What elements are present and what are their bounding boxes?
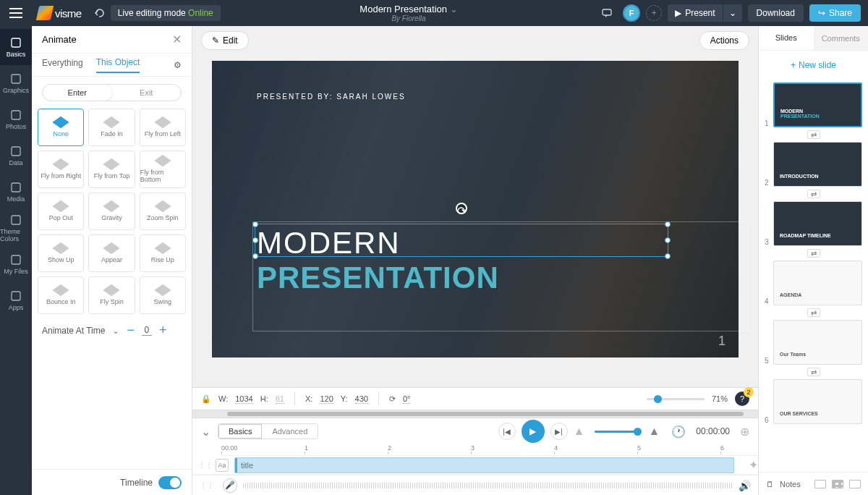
view-single-icon[interactable] (814, 480, 826, 488)
slide-thumbnail[interactable]: MODERNPRESENTATION (773, 82, 862, 127)
animation-option[interactable]: None (38, 109, 84, 146)
timeline-zoom-slider[interactable] (595, 431, 638, 433)
menu-button[interactable] (0, 0, 32, 26)
animation-option[interactable]: Fly from Left (140, 109, 186, 146)
transition-icon[interactable]: ⇄ (807, 190, 820, 198)
sidebar-item-graphics[interactable]: Graphics (0, 65, 32, 101)
resize-handle[interactable] (665, 253, 671, 259)
slide-thumbnail[interactable]: AGENDA (773, 261, 862, 305)
animation-option[interactable]: Show Up (38, 234, 84, 272)
tab-slides[interactable]: Slides (759, 26, 814, 50)
resize-handle[interactable] (252, 237, 258, 243)
transition-icon[interactable]: ⇄ (807, 130, 820, 139)
resize-handle[interactable] (252, 221, 258, 227)
mic-icon[interactable]: 🎤 (223, 478, 237, 493)
resize-handle[interactable] (665, 221, 671, 227)
share-button[interactable]: ↪ Share (809, 4, 861, 22)
zoom-out-icon[interactable]: ▲ (574, 425, 585, 438)
selection-inner[interactable]: ⟳ (255, 224, 668, 257)
next-button[interactable]: ▶| (550, 423, 568, 440)
speaker-icon[interactable]: 🔊 (739, 480, 751, 491)
animation-option[interactable]: Appear (88, 234, 135, 272)
add-collaborator-button[interactable]: + (646, 5, 662, 21)
sidebar-item-theme-colors[interactable]: Theme Colors (0, 210, 32, 246)
edit-button[interactable]: ✎ Edit (201, 31, 249, 50)
slide-canvas[interactable]: PRESENTED BY: SARAH LOWES ⟳ (212, 61, 739, 358)
sidebar-item-data[interactable]: Data (0, 138, 32, 174)
horizontal-scrollbar[interactable] (192, 410, 758, 418)
resize-handle[interactable] (665, 237, 671, 243)
prev-button[interactable]: |◀ (498, 423, 516, 440)
timeline-tab-advanced[interactable]: Advanced (262, 424, 318, 439)
transition-icon[interactable]: ⇄ (807, 368, 820, 376)
animation-option[interactable]: Fly from Right (38, 151, 84, 188)
drag-handle-icon[interactable]: ⋮⋮ (200, 481, 214, 489)
sidebar-item-photos[interactable]: Photos (0, 101, 32, 138)
timeline-clip[interactable]: title (234, 457, 734, 473)
animation-option[interactable]: Fade In (88, 109, 135, 146)
animate-time-value[interactable]: 0 (142, 325, 152, 336)
transition-icon[interactable]: ⇄ (807, 308, 820, 317)
animation-option[interactable]: Zoom Spin (140, 192, 186, 230)
zoom-in-icon[interactable]: ▲ (648, 425, 660, 438)
lock-icon[interactable]: 🔒 (201, 394, 211, 404)
sidebar-item-my-files[interactable]: My Files (0, 246, 32, 282)
gear-icon[interactable]: ⚙ (174, 60, 182, 70)
user-avatar[interactable]: F (623, 4, 640, 22)
view-list-icon[interactable] (849, 480, 861, 488)
rotation-value[interactable]: 0° (403, 394, 411, 404)
drag-handle-icon[interactable]: ⋮⋮ (198, 461, 213, 469)
x-value[interactable]: 120 (320, 394, 333, 404)
audio-waveform (243, 483, 733, 488)
y-value[interactable]: 430 (355, 394, 368, 404)
sidebar-item-apps[interactable]: Apps (0, 282, 32, 318)
notes-icon[interactable]: 🗒 (766, 480, 774, 488)
view-grid-icon[interactable] (832, 480, 843, 488)
animation-option[interactable]: Gravity (88, 192, 135, 230)
sidebar-item-media[interactable]: Media (0, 174, 32, 210)
exit-toggle[interactable]: Exit (112, 85, 182, 101)
time-decrease[interactable]: − (127, 323, 135, 338)
project-author: By Fiorella (391, 14, 425, 22)
time-increase[interactable]: + (159, 323, 167, 338)
notes-label[interactable]: Notes (780, 480, 801, 488)
height-value[interactable]: 81 (276, 394, 284, 404)
slide-thumbnail[interactable]: INTRODUCTION (773, 142, 862, 187)
zoom-slider[interactable] (647, 398, 705, 400)
slide-thumbnail[interactable]: ROADMAP TIMELINE (773, 201, 862, 246)
project-title[interactable]: Modern Presentation ⌄ (359, 4, 457, 14)
tab-everything[interactable]: Everything (42, 58, 83, 72)
transition-icon[interactable]: ⇄ (807, 249, 820, 258)
slide-thumbnail[interactable]: Our Teams (773, 320, 862, 365)
actions-button[interactable]: Actions (699, 31, 749, 50)
add-track-icon[interactable]: ⊕ (740, 425, 749, 439)
rotate-handle[interactable]: ⟳ (456, 203, 467, 214)
timeline-tab-basics[interactable]: Basics (218, 424, 262, 439)
tab-this-object[interactable]: This Object (96, 57, 140, 73)
new-slide-button[interactable]: + New slide (766, 55, 861, 75)
animation-option[interactable]: Swing (140, 276, 186, 314)
play-button[interactable]: ▶ (522, 420, 545, 443)
width-value[interactable]: 1034 (235, 394, 252, 404)
present-dropdown[interactable]: ⌄ (723, 4, 742, 22)
animation-option[interactable]: Pop Out (38, 192, 84, 230)
add-keyframe-icon[interactable]: ✦ (749, 458, 758, 472)
timeline-toggle[interactable] (158, 476, 182, 489)
tab-comments[interactable]: Comments (814, 26, 869, 50)
slide-thumbnail[interactable]: OUR SERVICES (773, 379, 862, 424)
enter-toggle[interactable]: Enter (43, 85, 112, 101)
animation-option[interactable]: Fly Spin (88, 276, 135, 314)
animation-option[interactable]: Fly from Bottom (140, 151, 186, 188)
chat-icon[interactable] (597, 3, 617, 23)
undo-button[interactable] (90, 4, 108, 22)
collapse-icon[interactable]: ⌄ (201, 425, 210, 439)
help-button[interactable]: ?2 (735, 392, 749, 406)
animation-option[interactable]: Rise Up (140, 234, 186, 272)
animation-option[interactable]: Fly from Top (88, 151, 135, 188)
resize-handle[interactable] (252, 253, 258, 259)
download-button[interactable]: Download (748, 4, 804, 22)
close-icon[interactable]: ✕ (172, 33, 182, 46)
sidebar-item-basics[interactable]: Basics (0, 29, 32, 65)
animation-option[interactable]: Bounce In (38, 276, 84, 314)
present-button[interactable]: ▶ Present (668, 4, 722, 22)
